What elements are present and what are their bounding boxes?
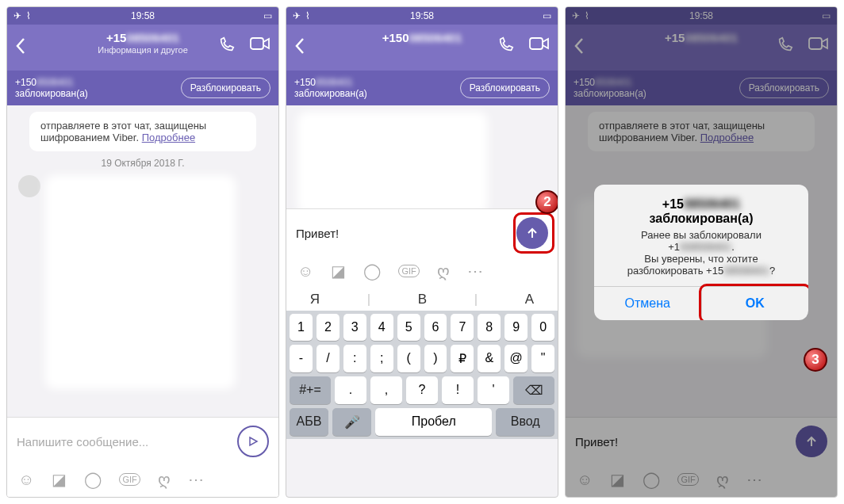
call-icon[interactable] xyxy=(497,36,515,53)
step-ring-2 xyxy=(513,212,554,254)
attachment-row: ☺ ◪ ◯ GIF ღ ⋯ xyxy=(7,465,278,497)
alert-title: +1508506401заблокирован(а) xyxy=(607,197,796,226)
modal-overlay: +1508506401заблокирован(а) Ранее вы забл… xyxy=(566,7,837,497)
status-time: 19:58 xyxy=(410,10,434,21)
alert-cancel-button[interactable]: Отмена xyxy=(594,287,702,320)
blocked-banner: +1508506401заблокирован(а) Разблокироват… xyxy=(7,71,278,105)
message-bubble xyxy=(297,112,488,208)
unblock-alert: +1508506401заблокирован(а) Ранее вы забл… xyxy=(594,185,808,320)
avatar xyxy=(18,175,40,197)
learn-more-link[interactable]: Подробнее xyxy=(142,132,195,143)
voice-button[interactable] xyxy=(237,426,269,457)
unblock-button[interactable]: Разблокировать xyxy=(460,78,550,98)
backspace-key[interactable]: ⌫ xyxy=(513,376,554,404)
battery-icon: ▭ xyxy=(543,10,551,21)
wifi-icon: ⌇ xyxy=(305,10,310,21)
message xyxy=(18,175,270,389)
step-marker-2: 2 xyxy=(535,190,558,214)
attachment-row: ☺ ◪ ◯ GIF ღ ⋯ xyxy=(286,257,558,288)
call-icon[interactable] xyxy=(218,36,236,53)
doodle-icon[interactable]: ღ xyxy=(437,262,450,281)
status-bar: ✈⌇ 19:58 ▭ xyxy=(7,7,278,25)
wifi-icon: ⌇ xyxy=(26,10,31,21)
chat-area xyxy=(286,105,558,208)
gallery-icon[interactable]: ◪ xyxy=(331,262,346,281)
status-bar: ✈⌇ 19:58 ▭ xyxy=(286,7,558,25)
phone-2: ✈⌇ 19:58 ▭ +15008506401 +1508506401забло… xyxy=(286,6,558,498)
svg-rect-0 xyxy=(251,38,263,49)
svg-rect-2 xyxy=(530,38,543,49)
enter-key[interactable]: Ввод xyxy=(496,408,554,436)
phone-1: ✈⌇ 19:58 ▭ +1508506401 Информация и друг… xyxy=(6,6,279,498)
keyboard: 1234567890 -/:;()₽&@" #+=.,?!'⌫ АБВ🎤Проб… xyxy=(286,311,558,439)
gif-icon[interactable]: GIF xyxy=(119,473,140,486)
encryption-notice: отправляете в этот чат, защищены шифрова… xyxy=(29,112,256,151)
camera-icon[interactable]: ◯ xyxy=(84,470,102,489)
message-input[interactable] xyxy=(17,435,229,449)
gif-icon[interactable]: GIF xyxy=(398,265,419,277)
date-separator: 19 Октября 2018 Г. xyxy=(15,158,270,169)
alert-body: Ранее вы заблокировали +1508506401. Вы у… xyxy=(607,229,796,277)
chat-header: +15008506401 xyxy=(286,25,558,71)
svg-marker-1 xyxy=(250,437,257,445)
keyboard-symbols[interactable]: #+= xyxy=(290,376,331,404)
more-icon[interactable]: ⋯ xyxy=(188,470,204,489)
mic-key[interactable]: 🎤 xyxy=(332,408,371,436)
video-icon[interactable] xyxy=(529,36,550,53)
space-key[interactable]: Пробел xyxy=(375,408,492,436)
more-icon[interactable]: ⋯ xyxy=(467,262,483,281)
input-row: 2 xyxy=(286,208,558,257)
message-input[interactable] xyxy=(296,227,508,240)
message-bubble xyxy=(45,175,236,389)
camera-icon[interactable]: ◯ xyxy=(363,262,381,281)
video-icon[interactable] xyxy=(250,36,270,53)
sticker-icon[interactable]: ☺ xyxy=(18,471,34,489)
blocked-banner: +1508506401заблокирован(а) Разблокироват… xyxy=(286,71,558,105)
chat-header: +1508506401 Информация и другое xyxy=(7,25,278,71)
gallery-icon[interactable]: ◪ xyxy=(52,470,67,489)
keyboard-suggestions: Я| В| А xyxy=(286,288,558,311)
input-row xyxy=(7,417,278,465)
doodle-icon[interactable]: ღ xyxy=(158,470,171,489)
keyboard-abc[interactable]: АБВ xyxy=(290,408,328,436)
step-marker-3: 3 xyxy=(804,348,827,372)
battery-icon: ▭ xyxy=(263,10,272,21)
airplane-icon: ✈ xyxy=(293,10,301,21)
back-icon[interactable] xyxy=(294,37,305,55)
step-ring-3 xyxy=(699,284,808,320)
sticker-icon[interactable]: ☺ xyxy=(297,262,313,281)
chat-area: отправляете в этот чат, защищены шифрова… xyxy=(7,105,278,417)
unblock-button[interactable]: Разблокировать xyxy=(181,78,270,98)
phone-3: ✈⌇ 19:58 ▭ +1508506401 +1508506401заблок… xyxy=(565,6,838,498)
status-time: 19:58 xyxy=(131,10,155,21)
airplane-icon: ✈ xyxy=(13,10,21,21)
